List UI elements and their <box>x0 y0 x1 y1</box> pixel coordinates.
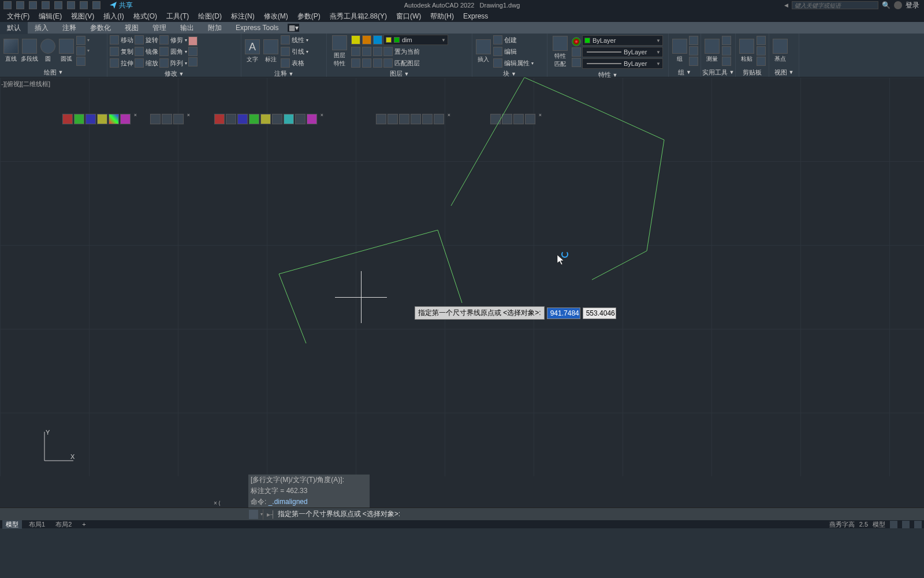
chevron-icon[interactable]: ⟨ <box>218 500 221 506</box>
menu-dimension[interactable]: 标注(N) <box>226 10 259 23</box>
tool-icon[interactable] <box>376 114 386 124</box>
tab-annotate[interactable]: 注释 <box>55 22 83 34</box>
floating-toolbar-3[interactable]: × <box>214 113 318 125</box>
tool-icon[interactable] <box>97 114 107 124</box>
scale-button[interactable]: 缩放 <box>135 58 158 68</box>
close-icon[interactable]: × <box>321 112 323 118</box>
layer-props-button[interactable]: 图层 特性 <box>329 35 350 68</box>
floating-toolbar-5[interactable]: × <box>490 113 536 125</box>
tool-icon[interactable] <box>434 114 444 124</box>
fillet-button[interactable]: 圆角▾ <box>159 47 187 56</box>
layer-iso-icon[interactable] <box>373 47 382 56</box>
menu-view[interactable]: 视图(V) <box>66 10 99 23</box>
menu-draw[interactable]: 绘图(D) <box>193 10 226 23</box>
layer-thaw-icon[interactable] <box>362 58 371 68</box>
status-snap-icon[interactable] <box>902 521 910 528</box>
explode-icon[interactable] <box>188 47 198 56</box>
dynamic-y-field[interactable]: 553.4046 <box>583 307 616 319</box>
linear-button[interactable]: 线性▾ <box>281 35 308 45</box>
edit-attr-button[interactable]: 编辑属性▾ <box>493 58 534 68</box>
status-model-label[interactable]: 模型 <box>873 520 885 529</box>
saveas-icon[interactable] <box>54 1 62 9</box>
tab-layout2[interactable]: 布局2 <box>52 520 75 529</box>
create-block-button[interactable]: 创建 <box>493 35 534 45</box>
lock-icon[interactable] <box>373 35 382 45</box>
tool-icon[interactable] <box>226 114 236 124</box>
redo-icon[interactable] <box>92 1 100 9</box>
command-icon[interactable] <box>249 510 258 519</box>
undo-icon[interactable] <box>80 1 88 9</box>
menu-edit[interactable]: 编辑(E) <box>34 10 66 23</box>
tool-icon[interactable] <box>62 114 73 124</box>
move-button[interactable]: 移动 <box>110 35 133 45</box>
layer-freeze-icon[interactable] <box>362 47 371 56</box>
dim-button[interactable]: 标注 <box>262 39 280 64</box>
tool-icon[interactable] <box>295 114 305 124</box>
measure-button[interactable]: 测量 <box>703 39 721 63</box>
polyline-button[interactable]: 多段线 <box>21 39 38 63</box>
floating-toolbar-2[interactable]: × <box>150 113 184 125</box>
tool-icon[interactable] <box>525 114 535 124</box>
group-bbox-icon[interactable] <box>689 57 698 66</box>
status-ortho-icon[interactable] <box>914 521 922 528</box>
command-input[interactable]: ▸┤ 指定第一个尺寸界线原点或 <选择对象>: <box>263 509 919 520</box>
leader-button[interactable]: 引线▾ <box>281 47 308 56</box>
group-button[interactable]: 组 <box>671 39 688 63</box>
tool-icon[interactable] <box>388 114 398 124</box>
tool-icon[interactable] <box>249 114 259 124</box>
match-layer-button[interactable]: 匹配图层 <box>383 58 448 68</box>
search-icon[interactable]: 🔍 <box>882 1 891 9</box>
close-icon[interactable]: × <box>448 112 450 118</box>
layer-on-icon[interactable] <box>351 58 360 68</box>
menu-tools[interactable]: 工具(T) <box>162 10 193 23</box>
tab-insert[interactable]: 插入 <box>28 22 55 34</box>
tool-icon[interactable] <box>502 114 512 124</box>
menu-window[interactable]: 窗口(W) <box>392 10 426 23</box>
tool-icon[interactable] <box>109 114 119 124</box>
base-button[interactable]: 基点 <box>772 39 789 63</box>
copy-clip-icon[interactable] <box>757 46 766 55</box>
match-props-button[interactable]: 特性 匹配 <box>550 36 571 68</box>
tool-icon[interactable] <box>120 114 131 124</box>
tab-addins[interactable]: 附加 <box>201 22 229 34</box>
quickcalc-icon[interactable] <box>722 46 731 55</box>
linetype-icon[interactable] <box>572 47 581 57</box>
text-button[interactable]: A文字 <box>244 39 261 64</box>
open-icon[interactable] <box>29 1 37 9</box>
menu-param[interactable]: 参数(P) <box>293 10 325 23</box>
tab-default[interactable]: 默认 <box>0 22 28 34</box>
tool-icon[interactable] <box>422 114 433 124</box>
app-icon[interactable] <box>3 1 12 9</box>
paste-special-icon[interactable] <box>757 57 766 66</box>
sun-icon[interactable] <box>362 35 371 45</box>
tab-output[interactable]: 输出 <box>173 22 201 34</box>
paste-button[interactable]: 粘贴 <box>738 39 755 63</box>
close-icon[interactable]: × <box>214 500 217 506</box>
trim-button[interactable]: 修剪▾ <box>159 35 187 45</box>
tool-icon[interactable] <box>74 114 84 124</box>
select-icon[interactable] <box>722 36 731 45</box>
menu-modify[interactable]: 修改(M) <box>259 10 293 23</box>
drawing-area[interactable]: -][俯视][二维线框] × × × × × 指定第一个尺寸界线原点或 <选择对… <box>0 77 924 476</box>
tool-icon[interactable] <box>399 114 409 124</box>
status-grid-icon[interactable] <box>890 521 897 528</box>
point-icon[interactable] <box>722 57 731 66</box>
erase-icon[interactable] <box>188 36 198 46</box>
insert-block-button[interactable]: 插入 <box>475 39 492 64</box>
tab-view[interactable]: 视图 <box>118 22 146 34</box>
tab-layout1[interactable]: 布局1 <box>25 520 49 529</box>
tool-icon[interactable] <box>260 114 271 124</box>
set-current-button[interactable]: 置为当前 <box>383 47 448 56</box>
table-button[interactable]: 表格 <box>281 58 308 68</box>
lineweight-icon[interactable] <box>572 58 581 67</box>
dynamic-x-field[interactable]: 941.7484 <box>547 307 580 319</box>
ungroup-icon[interactable] <box>689 46 698 55</box>
tool-icon[interactable] <box>513 114 524 124</box>
group-edit-icon[interactable] <box>689 36 698 45</box>
tool-icon[interactable] <box>272 114 282 124</box>
color-dropdown[interactable]: ByLayer▼ <box>582 35 663 46</box>
tool-icon[interactable] <box>284 114 294 124</box>
tool-icon[interactable] <box>150 114 161 124</box>
rectangle-icon[interactable] <box>76 36 85 45</box>
close-icon[interactable]: × <box>187 112 190 118</box>
